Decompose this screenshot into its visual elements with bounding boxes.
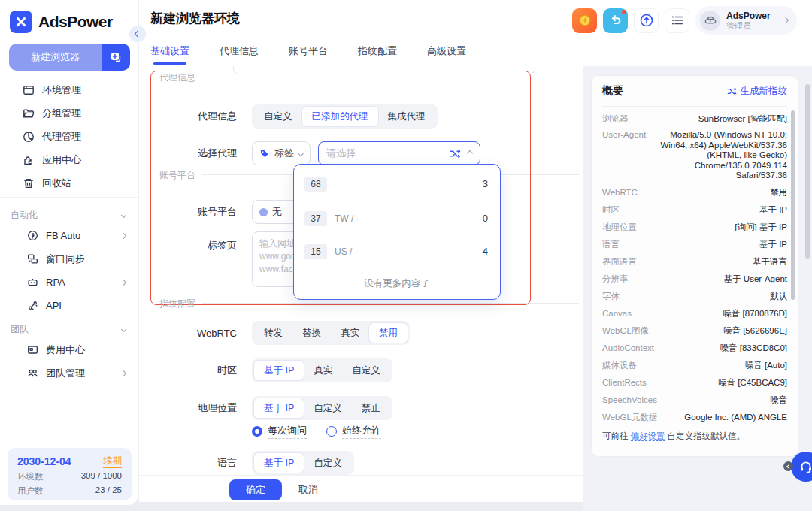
summary-row: WebGL图像噪音 [5626696E] — [602, 322, 787, 340]
sidebar-item-team-manage[interactable]: 团队管理 — [0, 361, 139, 385]
app-center-icon — [23, 154, 35, 166]
panel-scrollbar[interactable] — [791, 110, 795, 300]
sidebar-menu: 环境管理 分组管理 代理管理 应用中心 回收站 — [0, 78, 139, 195]
radio-label: 始终允许 — [342, 424, 381, 439]
sidebar-item-recycle-bin[interactable]: 回收站 — [0, 171, 139, 195]
radio-ask-every-time[interactable]: 每次询问 — [252, 424, 307, 439]
sidebar-item-api[interactable]: API — [0, 294, 139, 317]
summary-row: Canvas噪音 [8780876D] — [602, 305, 787, 322]
language-custom[interactable]: 自定义 — [304, 453, 352, 473]
task-list-icon[interactable] — [665, 8, 689, 33]
proxy-type-integrated[interactable]: 集成代理 — [378, 107, 435, 126]
window-scrollbar[interactable] — [805, 84, 810, 259]
sidebar-item-proxies[interactable]: 代理管理 — [0, 125, 139, 148]
sidebar-item-fb-auto[interactable]: FB Auto — [0, 224, 139, 247]
timezone-label: 时区 — [154, 364, 237, 377]
plus-icon[interactable] — [102, 44, 130, 71]
summary-row: 界面语言基于语言 — [602, 253, 787, 271]
tab-account-platform[interactable]: 账号平台 — [289, 36, 328, 66]
proxy-usage-count: 4 — [483, 246, 488, 257]
chevron-right-icon — [120, 232, 126, 238]
brand-logo: AdsPower — [10, 11, 113, 33]
summary-note: 可前往偏好设置自定义指纹默认值。 — [602, 431, 787, 442]
sidebar-divider — [0, 197, 139, 198]
webrtc-disabled[interactable]: 禁用 — [369, 323, 408, 343]
check-update-icon[interactable] — [634, 8, 659, 33]
proxy-option-1[interactable]: 68 3 — [294, 177, 500, 192]
timezone-custom[interactable]: 自定义 — [342, 361, 390, 380]
headset-icon — [798, 459, 812, 474]
preference-settings-link[interactable]: 偏好设置 — [631, 431, 665, 441]
sidebar-item-label: 回收站 — [42, 177, 71, 190]
collapse-help-button[interactable] — [783, 461, 793, 471]
section-header-team[interactable]: 团队 — [0, 320, 139, 338]
shuffle-icon[interactable] — [450, 148, 461, 159]
new-browser-button[interactable]: 新建浏览器 — [9, 44, 130, 71]
confirm-button[interactable]: 确定 — [229, 479, 282, 500]
sidebar-item-environment[interactable]: 环境管理 — [0, 78, 139, 101]
language-row: 语言 基于 IP 自定义 — [154, 451, 354, 475]
collapse-sidebar-button[interactable] — [129, 26, 146, 42]
sidebar-item-label: 团队管理 — [46, 367, 85, 380]
account-chip[interactable]: AdsPower 管理员 — [695, 6, 797, 35]
platform-none-icon — [259, 208, 268, 216]
points-exchange-icon[interactable] — [603, 8, 628, 33]
tag-filter-value: 标签 — [274, 147, 294, 160]
sidebar-item-app-center[interactable]: 应用中心 — [0, 148, 139, 171]
sidebar-item-groups[interactable]: 分组管理 — [0, 101, 139, 125]
geo-based-ip[interactable]: 基于 IP — [254, 398, 304, 418]
platform-value: 无 — [272, 205, 282, 219]
tab-fingerprint-config[interactable]: 指纹配置 — [358, 36, 397, 66]
renew-link[interactable]: 续期 — [103, 455, 122, 468]
chevron-down-icon — [121, 326, 126, 331]
webrtc-forward[interactable]: 转发 — [254, 323, 292, 343]
tab-basic-settings[interactable]: 基础设置 — [150, 36, 189, 66]
summary-row: 字体默认 — [602, 288, 787, 305]
proxy-select-placeholder: 请选择 — [326, 147, 450, 160]
app-window: AdsPower 新建浏览器 环境管理 分组管理 代理管理 — [0, 0, 812, 511]
fb-auto-icon — [27, 230, 38, 241]
section-title: 团队 — [11, 323, 29, 336]
sidebar-item-label: FB Auto — [46, 230, 80, 241]
env-count-label: 环境数 — [17, 471, 44, 482]
geo-custom[interactable]: 自定义 — [304, 398, 352, 418]
chevron-right-icon — [120, 279, 126, 285]
sidebar-item-rpa[interactable]: RPA — [0, 271, 139, 294]
billing-icon — [27, 344, 38, 355]
proxy-option-3[interactable]: 15 US / - 4 — [294, 244, 500, 259]
summary-row: 语言基于 IP — [602, 236, 787, 253]
scrolled-input-bottom[interactable] — [233, 66, 535, 74]
radio-always-allow[interactable]: 始终允许 — [326, 424, 381, 439]
timezone-segmented: 基于 IP 真实 自定义 — [252, 358, 392, 382]
proxy-type-added[interactable]: 已添加的代理 — [302, 107, 378, 126]
sidebar-item-label: 分组管理 — [42, 107, 81, 120]
webrtc-real[interactable]: 真实 — [331, 323, 369, 343]
section-title: 自动化 — [11, 209, 38, 222]
adspower-logo-icon — [10, 11, 32, 33]
proxy-geo-sub: TW / - — [335, 213, 359, 224]
cancel-button[interactable]: 取消 — [298, 479, 318, 500]
header-actions: AdsPower 管理员 — [572, 6, 797, 35]
language-label: 语言 — [154, 456, 237, 470]
generate-fingerprint-link[interactable]: 生成新指纹 — [727, 85, 788, 98]
tab-proxy-info[interactable]: 代理信息 — [220, 36, 259, 66]
sidebar: AdsPower 新建浏览器 环境管理 分组管理 代理管理 — [0, 0, 139, 505]
language-based-ip[interactable]: 基于 IP — [254, 453, 304, 473]
tag-filter-select[interactable]: 标签 — [252, 141, 311, 165]
sidebar-item-billing[interactable]: 费用中心 — [0, 338, 139, 361]
geo-forbid[interactable]: 禁止 — [352, 398, 390, 418]
proxy-type-custom[interactable]: 自定义 — [254, 107, 302, 126]
webrtc-replace[interactable]: 替换 — [292, 323, 331, 343]
webrtc-row: WebRTC 转发 替换 真实 禁用 — [154, 321, 410, 345]
proxy-search-select[interactable]: 请选择 — [318, 141, 480, 165]
tab-advanced-settings[interactable]: 高级设置 — [427, 36, 466, 66]
summary-row: 地理位置[询问] 基于 IP — [602, 219, 787, 236]
section-header-automation[interactable]: 自动化 — [0, 206, 139, 224]
proxy-geo-sub: US / - — [335, 246, 358, 257]
sidebar-item-window-sync[interactable]: 窗口同步 — [0, 247, 139, 271]
rewards-coin-icon[interactable] — [572, 8, 597, 33]
timezone-real[interactable]: 真实 — [304, 361, 342, 380]
proxy-option-2[interactable]: 37 TW / - 0 — [294, 211, 500, 226]
sidebar-item-label: 环境管理 — [42, 83, 81, 97]
timezone-based-ip[interactable]: 基于 IP — [254, 361, 304, 380]
